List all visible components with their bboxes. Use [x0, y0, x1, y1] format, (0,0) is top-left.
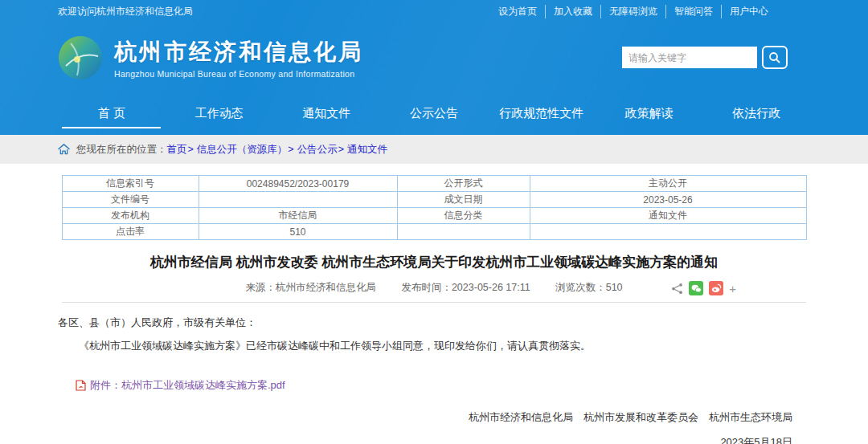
article-source: 来源：杭州市经济和信息化局	[245, 282, 376, 293]
issuing-agency-value: 市经信局	[199, 208, 397, 224]
masthead: 杭州市经济和信息化局 Hangzhou Municipal Bureau of …	[0, 22, 868, 92]
info-category-value: 通知文件	[530, 208, 806, 224]
breadcrumb-separator: >	[338, 144, 344, 155]
search-input[interactable]	[622, 47, 757, 68]
set-homepage-link[interactable]: 设为首页	[490, 5, 545, 18]
share-icon[interactable]	[671, 283, 683, 295]
nav-public-announcements[interactable]: 公示公告	[380, 92, 488, 135]
pdf-icon	[76, 380, 86, 391]
signature-date: 2023年5月18日	[58, 435, 810, 444]
share-toolbar: +	[671, 281, 736, 295]
breadcrumb: 您现在所在的位置： 首页 > 信息公开（资源库） > 公告公示 > 通知文件	[0, 135, 868, 164]
click-rate-value: 510	[199, 224, 397, 240]
accessibility-link[interactable]: 无障碍浏览	[600, 5, 665, 18]
main-nav: 首 页 工作动态 通知文件 公示公告 行政规范性文件 政策解读 依法行政	[0, 92, 868, 135]
meta-divider	[62, 302, 806, 303]
breadcrumb-notice-documents[interactable]: 通知文件	[347, 143, 387, 157]
nav-policy-interpretation[interactable]: 政策解读	[596, 92, 703, 135]
empty-value-cell	[530, 224, 806, 240]
weibo-share-icon[interactable]	[709, 281, 723, 295]
attachment-link[interactable]: 附件：杭州市工业领域碳达峰实施方案.pdf	[90, 378, 285, 393]
top-utility-bar: 欢迎访问杭州市经济和信息化局 设为首页 加入收藏 无障碍浏览 智能问答 用户中心	[0, 0, 868, 22]
header-zone: 欢迎访问杭州市经济和信息化局 设为首页 加入收藏 无障碍浏览 智能问答 用户中心	[0, 0, 868, 135]
breadcrumb-separator: >	[188, 144, 194, 155]
attachment-row: 附件：杭州市工业领域碳达峰实施方案.pdf	[76, 378, 810, 393]
breadcrumb-info-disclosure[interactable]: 信息公开（资源库）	[197, 143, 288, 157]
empty-label-cell	[397, 224, 530, 240]
nav-administrative-normative-docs[interactable]: 行政规范性文件	[488, 92, 596, 135]
home-icon[interactable]	[58, 144, 70, 155]
search-icon	[768, 51, 781, 64]
nav-home[interactable]: 首 页	[58, 92, 166, 135]
more-share-button[interactable]: +	[729, 282, 736, 295]
site-title: 杭州市经济和信息化局	[114, 37, 363, 67]
brand-block: 杭州市经济和信息化局 Hangzhou Municipal Bureau of …	[114, 37, 363, 79]
breadcrumb-prefix: 您现在所在的位置：	[76, 143, 167, 157]
table-row: 点击率 510	[62, 224, 806, 240]
bureau-logo	[58, 35, 103, 80]
article-body-paragraph: 《杭州市工业领域碳达峰实施方案》已经市碳达峰碳中和工作领导小组同意，现印发给你们…	[58, 338, 810, 354]
content-area: 信息索引号 002489452/2023-00179 公开形式 主动公开 文件编…	[58, 175, 810, 444]
table-row: 发布机构 市经信局 信息分类 通知文件	[62, 208, 806, 224]
written-date-label: 成文日期	[397, 192, 530, 208]
article-meta: 来源：杭州市经济和信息化局 发布时间：2023-05-26 17:11 浏览次数…	[58, 281, 810, 297]
info-category-label: 信息分类	[397, 208, 530, 224]
table-row: 文件编号 成文日期 2023-05-26	[62, 192, 806, 208]
search-button[interactable]	[762, 46, 788, 69]
index-number-label: 信息索引号	[62, 176, 199, 192]
nav-law-based-administration[interactable]: 依法行政	[702, 92, 810, 135]
smart-qa-link[interactable]: 智能问答	[665, 5, 721, 18]
wechat-share-icon[interactable]	[689, 281, 703, 295]
welcome-text: 欢迎访问杭州市经济和信息化局	[58, 5, 193, 18]
table-row: 信息索引号 002489452/2023-00179 公开形式 主动公开	[62, 176, 806, 192]
document-number-value	[199, 192, 397, 208]
signature-agencies: 杭州市经济和信息化局 杭州市发展和改革委员会 杭州市生态环境局	[58, 410, 810, 425]
add-favorite-link[interactable]: 加入收藏	[545, 5, 600, 18]
article-view-count: 浏览次数：510	[555, 282, 622, 293]
breadcrumb-separator: >	[288, 144, 293, 155]
user-center-link[interactable]: 用户中心	[721, 5, 776, 18]
utility-links: 设为首页 加入收藏 无障碍浏览 智能问答 用户中心	[490, 5, 810, 18]
breadcrumb-announcements[interactable]: 公告公示	[297, 143, 338, 157]
document-info-table: 信息索引号 002489452/2023-00179 公开形式 主动公开 文件编…	[62, 175, 807, 240]
disclosure-form-value: 主动公开	[530, 176, 806, 192]
index-number-value: 002489452/2023-00179	[199, 176, 397, 192]
nav-work-dynamics[interactable]: 工作动态	[166, 92, 273, 135]
document-number-label: 文件编号	[62, 192, 199, 208]
article-publish-time: 发布时间：2023-05-26 17:11	[401, 282, 530, 293]
click-rate-label: 点击率	[62, 224, 199, 240]
search-area	[622, 46, 788, 69]
article-title: 杭州市经信局 杭州市发改委 杭州市生态环境局关于印发杭州市工业领域碳达峰实施方案…	[58, 253, 810, 271]
article-salutation: 各区、县（市）人民政府，市级有关单位：	[58, 316, 810, 330]
disclosure-form-label: 公开形式	[397, 176, 530, 192]
breadcrumb-home[interactable]: 首页	[167, 143, 187, 157]
site-subtitle: Hangzhou Municipal Bureau of Economy and…	[114, 69, 363, 79]
issuing-agency-label: 发布机构	[62, 208, 199, 224]
written-date-value: 2023-05-26	[530, 192, 806, 208]
nav-notice-documents[interactable]: 通知文件	[272, 92, 380, 135]
